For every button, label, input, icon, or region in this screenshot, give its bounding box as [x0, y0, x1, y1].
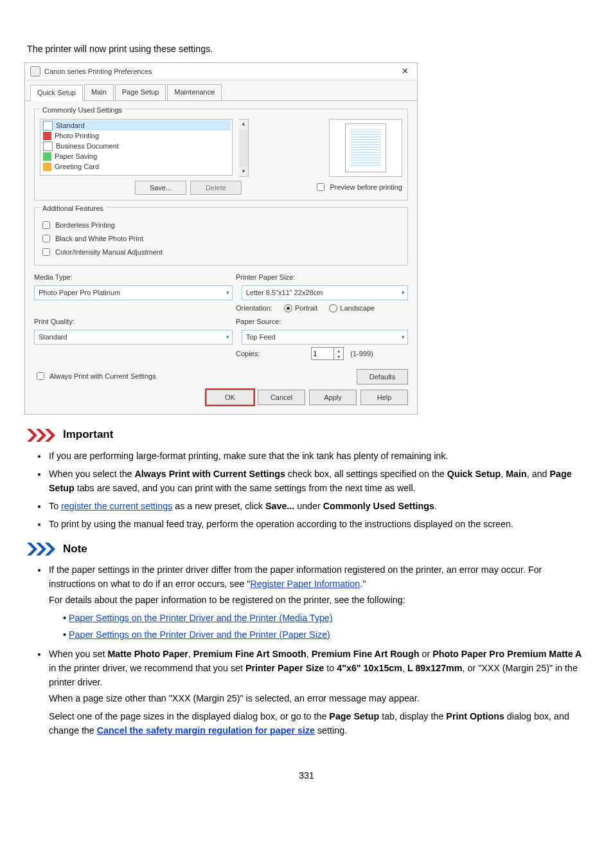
spin-up-icon[interactable]: ▲ — [334, 348, 343, 354]
list-scrollbar[interactable]: ▲ ▼ — [239, 119, 249, 177]
tab-maintenance[interactable]: Maintenance — [167, 84, 222, 100]
paper-size-select[interactable]: Letter 8.5"x11" 22x28cm ▾ — [242, 285, 408, 300]
paper-saving-icon — [43, 152, 51, 161]
chevron-down-icon: ▾ — [402, 289, 405, 298]
settings-list[interactable]: Standard Photo Printing Business Documen… — [40, 119, 233, 176]
paper-source-select[interactable]: Top Feed ▾ — [242, 330, 408, 345]
copies-input[interactable] — [311, 347, 334, 360]
photo-icon — [43, 132, 51, 140]
page-preview — [329, 119, 402, 177]
preview-checkbox[interactable] — [317, 183, 324, 191]
intro-text: The printer will now print using these s… — [27, 42, 586, 56]
greeting-card-icon — [43, 163, 51, 171]
register-paper-link[interactable]: Register Paper Information — [250, 579, 360, 589]
preview-checkbox-label: Preview before printing — [330, 182, 402, 193]
bw-photo-checkbox[interactable] — [42, 235, 50, 242]
bullet: If you are performing large-format print… — [48, 449, 586, 463]
standard-icon — [43, 121, 53, 131]
paper-settings-size-link[interactable]: Paper Settings on the Printer Driver and… — [69, 629, 330, 640]
print-preferences-dialog: Canon series Printing Preferences ✕ Quic… — [24, 62, 418, 415]
bullet: When you set Matte Photo Paper, Premium … — [48, 647, 586, 738]
list-item[interactable]: Standard — [56, 120, 85, 131]
additional-legend: Additional Features — [40, 203, 106, 214]
media-type-label: Media Type: — [34, 272, 227, 283]
bullet: When you select the Always Print with Cu… — [48, 467, 586, 495]
note-heading: Note — [27, 541, 586, 557]
copies-label: Copies: — [236, 348, 260, 359]
paper-source-value: Top Feed — [246, 332, 276, 343]
close-icon[interactable]: ✕ — [396, 64, 413, 78]
delete-button: Delete — [190, 181, 242, 195]
tab-quick-setup[interactable]: Quick Setup — [30, 85, 83, 101]
scroll-down-icon[interactable]: ▼ — [239, 167, 248, 176]
app-icon — [30, 66, 40, 77]
commonly-used-settings-group: Commonly Used Settings Standard Photo Pr… — [34, 109, 408, 201]
borderless-checkbox[interactable] — [42, 221, 50, 229]
chk-label: Borderless Printing — [55, 220, 115, 231]
orientation-label: Orientation: — [236, 303, 272, 314]
paper-size-value: Letter 8.5"x11" 22x28cm — [246, 287, 323, 298]
bullet: To print by using the manual feed tray, … — [48, 517, 586, 531]
chevron-down-icon: ▾ — [226, 333, 229, 342]
note-title: Note — [63, 541, 87, 557]
page-number: 331 — [27, 769, 586, 783]
ok-button[interactable]: OK — [206, 390, 254, 405]
portrait-radio[interactable]: Portrait — [284, 303, 317, 314]
quality-label: Print Quality: — [34, 316, 227, 327]
document-icon — [43, 141, 53, 151]
radio-label: Portrait — [295, 303, 317, 314]
quality-value: Standard — [39, 332, 67, 343]
list-item[interactable]: Business Document — [56, 141, 119, 152]
bullet: If the paper settings in the printer dri… — [48, 563, 586, 642]
paper-settings-media-link[interactable]: Paper Settings on the Printer Driver and… — [69, 613, 333, 623]
scroll-up-icon[interactable]: ▲ — [239, 120, 248, 129]
copies-spinner[interactable]: ▲▼ — [311, 347, 344, 360]
landscape-radio[interactable]: Landscape — [329, 303, 375, 314]
cancel-margin-link[interactable]: Cancel the safety margin regulation for … — [97, 725, 315, 736]
list-item[interactable]: Photo Printing — [55, 131, 99, 141]
quality-select[interactable]: Standard ▾ — [34, 330, 233, 345]
important-list: If you are performing large-format print… — [27, 449, 586, 532]
color-intensity-checkbox[interactable] — [42, 248, 50, 256]
tab-page-setup[interactable]: Page Setup — [115, 84, 166, 100]
window-title: Canon series Printing Preferences — [44, 66, 396, 77]
list-item[interactable]: Paper Saving — [55, 151, 97, 162]
register-settings-link[interactable]: register the current settings — [61, 501, 172, 511]
tab-main[interactable]: Main — [84, 84, 114, 100]
spin-down-icon[interactable]: ▼ — [334, 354, 343, 359]
chk-label: Color/Intensity Manual Adjustment — [55, 247, 163, 258]
important-heading: Important — [27, 426, 586, 443]
media-type-select[interactable]: Photo Paper Pro Platinum ▾ — [34, 285, 233, 300]
chk-label: Black and White Photo Print — [55, 233, 143, 244]
additional-features-group: Additional Features Borderless Printing … — [34, 207, 408, 266]
radio-label: Landscape — [340, 303, 375, 314]
list-item[interactable]: Greeting Card — [55, 161, 99, 172]
paper-size-label: Printer Paper Size: — [236, 272, 295, 283]
cancel-button[interactable]: Cancel — [258, 390, 305, 405]
chevrons-icon — [27, 429, 57, 442]
tab-strip: Quick Setup Main Page Setup Maintenance — [25, 80, 417, 100]
apply-button[interactable]: Apply — [309, 390, 357, 405]
paper-source-label: Paper Source: — [236, 316, 281, 327]
save-button[interactable]: Save... — [135, 181, 186, 195]
chevrons-icon — [27, 543, 57, 556]
bullet: To register the current settings as a ne… — [48, 499, 586, 513]
defaults-button[interactable]: Defaults — [357, 369, 408, 384]
always-print-label: Always Print with Current Settings — [49, 371, 156, 382]
chevron-down-icon: ▾ — [226, 289, 229, 298]
copies-range: (1-999) — [350, 348, 373, 359]
help-button[interactable]: Help — [360, 390, 408, 405]
chevron-down-icon: ▾ — [402, 333, 405, 342]
note-list: If the paper settings in the printer dri… — [27, 563, 586, 738]
media-type-value: Photo Paper Pro Platinum — [39, 287, 120, 298]
always-print-checkbox[interactable] — [37, 372, 44, 380]
important-title: Important — [63, 426, 113, 443]
commonly-used-legend: Commonly Used Settings — [40, 105, 125, 116]
